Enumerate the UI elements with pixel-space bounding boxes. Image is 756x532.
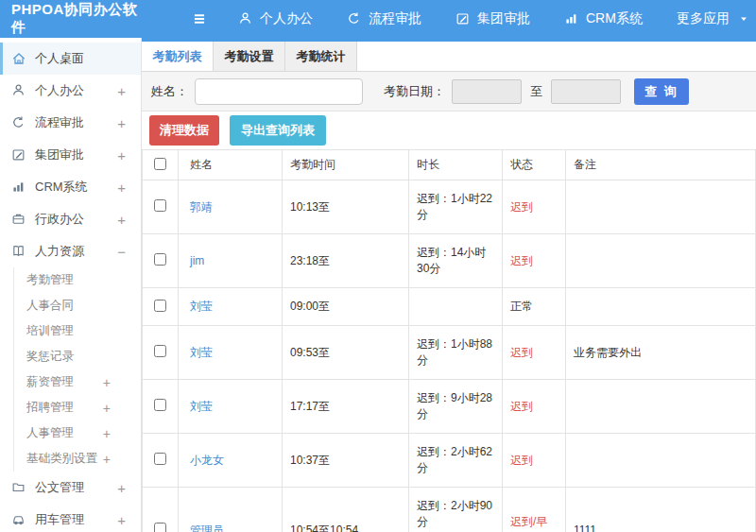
sidebar-item[interactable]: 个人桌面 <box>0 43 141 75</box>
row-checkbox[interactable] <box>154 523 166 532</box>
table-row: 刘莹 17:17至 迟到：9小时28分 迟到 <box>143 380 756 434</box>
select-all-checkbox[interactable] <box>154 158 166 170</box>
attendance-time-cell: 09:00至 <box>283 288 409 326</box>
process-icon <box>347 11 362 26</box>
sidebar-subitem[interactable]: 基础类别设置 + <box>0 446 141 472</box>
expand-toggle-icon[interactable]: + <box>103 426 111 441</box>
attendance-table-wrap: 姓名 考勤时间 时长 状态 备注 郭靖 10:13至 迟到：1小时22分 迟到 … <box>142 149 756 532</box>
table-row: jim 23:18至 迟到：14小时30分 迟到 <box>143 234 756 288</box>
sidebar-item[interactable]: 用车管理 + <box>0 504 141 532</box>
top-nav-item[interactable]: 集团审批 <box>455 10 530 27</box>
expand-toggle-icon[interactable]: + <box>117 512 126 528</box>
sidebar-subitem[interactable]: 人事管理 + <box>0 420 141 446</box>
duration-cell: 迟到：9小时28分 <box>409 380 503 434</box>
sidebar-item[interactable]: 个人办公 + <box>0 75 141 107</box>
employee-name-link[interactable]: 刘莹 <box>190 400 213 413</box>
sidebar-item[interactable]: 行政办公 + <box>0 203 141 235</box>
employee-name-link[interactable]: jim <box>190 254 204 267</box>
top-nav-item[interactable]: 流程审批 <box>347 10 421 27</box>
note-cell <box>566 234 756 288</box>
employee-name-link[interactable]: 郭靖 <box>190 200 213 214</box>
export-list-button[interactable]: 导出查询列表 <box>230 115 326 146</box>
expand-toggle-icon[interactable]: + <box>117 83 126 99</box>
clear-data-button[interactable]: 清理数据 <box>149 115 219 146</box>
sidebar-item-label: 集团审批 <box>35 146 84 163</box>
expand-toggle-icon[interactable]: + <box>117 115 126 131</box>
top-bar: PHPOA协同办公软件 个人办公 流程审批 集团审批 CRM系统 更多应用 <box>0 0 756 38</box>
expand-toggle-icon[interactable]: + <box>117 147 126 163</box>
sidebar-item[interactable]: 流程审批 + <box>0 107 141 139</box>
col-duration: 时长 <box>409 150 503 180</box>
chart-icon <box>564 11 579 26</box>
date-to-label: 至 <box>530 83 542 100</box>
row-checkbox[interactable] <box>154 399 166 411</box>
sidebar-item-label: 个人桌面 <box>35 50 84 67</box>
date-from-input[interactable] <box>452 79 522 104</box>
top-nav-item[interactable]: 个人办公 <box>238 10 313 27</box>
employee-name-link[interactable]: 刘莹 <box>190 346 213 359</box>
employee-name-link[interactable]: 刘莹 <box>190 300 213 313</box>
status-cell: 迟到 <box>503 234 566 288</box>
expand-toggle-icon[interactable]: + <box>103 452 111 467</box>
sidebar-subitem-label: 人事合同 <box>26 298 74 314</box>
sidebar-item-label: 人力资源 <box>35 243 84 260</box>
date-to-input[interactable] <box>551 79 621 104</box>
duration-cell: 迟到：2小时90分早退：7小时10分 <box>409 488 503 532</box>
row-checkbox[interactable] <box>154 253 166 266</box>
status-cell: 正常 <box>503 288 566 326</box>
expand-toggle-icon[interactable]: + <box>117 212 126 228</box>
name-input[interactable] <box>195 78 363 105</box>
home-icon <box>11 51 26 66</box>
user-icon <box>11 83 26 98</box>
col-time: 考勤时间 <box>283 150 409 180</box>
employee-name-link[interactable]: 小龙女 <box>190 454 224 467</box>
row-checkbox[interactable] <box>154 345 166 357</box>
expand-toggle-icon[interactable]: + <box>103 401 111 416</box>
sidebar-item[interactable]: 公文管理 + <box>0 472 141 504</box>
attendance-time-cell: 10:54至10:54 <box>283 488 409 532</box>
row-checkbox[interactable] <box>154 453 166 465</box>
row-checkbox[interactable] <box>154 199 166 212</box>
tab[interactable]: 考勤统计 <box>285 42 357 71</box>
book-icon <box>11 244 26 259</box>
hamburger-menu-icon[interactable] <box>191 10 208 27</box>
sidebar-subitem[interactable]: 薪资管理 + <box>0 369 141 395</box>
note-cell <box>566 434 756 488</box>
duration-cell: 迟到：1小时88分 <box>409 326 503 380</box>
sidebar-item[interactable]: CRM系统 + <box>0 171 141 203</box>
sidebar-subitem-label: 培训管理 <box>26 323 74 339</box>
sidebar-subitem-label: 奖惩记录 <box>26 349 74 365</box>
top-nav-item[interactable]: 更多应用 <box>677 10 749 27</box>
content-area: 考勤列表考勤设置考勤统计 姓名： 考勤日期： 至 查 询 清理数据 导出查询列表… <box>142 38 756 532</box>
sidebar-subitem[interactable]: 奖惩记录 <box>0 344 141 369</box>
table-row: 管理员 10:54至10:54 迟到：2小时90分早退：7小时10分 迟到/早退… <box>143 488 756 532</box>
search-button[interactable]: 查 询 <box>634 78 689 105</box>
sidebar-subitem[interactable]: 人事合同 <box>0 293 141 318</box>
expand-toggle-icon[interactable]: + <box>117 180 126 196</box>
sidebar-item[interactable]: 人力资源 − <box>0 235 141 267</box>
duration-cell: 迟到：2小时62分 <box>409 434 503 488</box>
sidebar-subitem[interactable]: 招聘管理 + <box>0 395 141 420</box>
status-cell: 迟到/早退 <box>503 488 566 532</box>
edit-icon <box>11 147 26 163</box>
table-row: 刘莹 09:00至 正常 <box>143 288 756 326</box>
tab[interactable]: 考勤列表 <box>142 42 214 71</box>
car-icon <box>11 512 26 527</box>
employee-name-link[interactable]: 管理员 <box>190 523 224 532</box>
expand-toggle-icon[interactable]: + <box>117 480 126 496</box>
sidebar-subitem[interactable]: 考勤管理 <box>0 267 141 293</box>
top-nav-label: 集团审批 <box>477 10 530 27</box>
top-nav-item[interactable]: CRM系统 <box>564 10 643 27</box>
top-nav-label: 更多应用 <box>677 10 730 27</box>
sidebar-subitem-label: 基础类别设置 <box>26 451 97 467</box>
sidebar-item[interactable]: 集团审批 + <box>0 139 141 171</box>
status-cell: 迟到 <box>503 180 566 234</box>
expand-toggle-icon[interactable]: + <box>103 375 111 390</box>
note-cell <box>566 288 756 326</box>
sidebar-subitem[interactable]: 培训管理 <box>0 318 141 344</box>
briefcase-icon <box>11 212 26 227</box>
tab[interactable]: 考勤设置 <box>214 42 285 71</box>
expand-toggle-icon[interactable]: − <box>117 244 126 260</box>
name-label: 姓名： <box>151 83 188 100</box>
row-checkbox[interactable] <box>154 300 166 312</box>
